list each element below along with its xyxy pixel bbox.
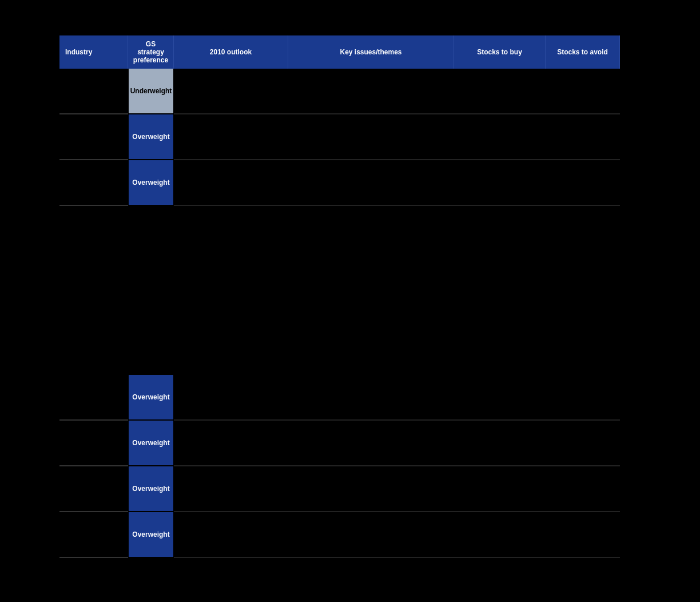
gs-cell-overweight-4: Overweight xyxy=(128,421,174,466)
outlook-column xyxy=(174,69,288,558)
col-header-industry: Industry xyxy=(59,35,128,69)
gs-cell-overweight-1: Overweight xyxy=(128,114,174,160)
table-body: Underweight Overweight Overweight Overwe… xyxy=(59,69,620,558)
gs-cell-underweight: Underweight xyxy=(128,69,174,114)
stocks-buy-column xyxy=(454,69,546,558)
gs-cell-overweight-2: Overweight xyxy=(128,160,174,206)
table-header: Industry GS strategy preference 2010 out… xyxy=(59,35,620,69)
gs-strategy-column: Underweight Overweight Overweight Overwe… xyxy=(128,69,174,558)
stocks-avoid-column xyxy=(546,69,620,558)
industry-column xyxy=(59,69,128,558)
main-table: Industry GS strategy preference 2010 out… xyxy=(59,35,620,558)
col-header-outlook: 2010 outlook xyxy=(174,35,288,69)
col-header-issues: Key issues/themes xyxy=(288,35,454,69)
col-header-avoid: Stocks to avoid xyxy=(546,35,620,69)
col-header-gs: GS strategy preference xyxy=(128,35,174,69)
gs-cell-gap xyxy=(128,206,174,375)
col-header-buy: Stocks to buy xyxy=(454,35,546,69)
issues-column xyxy=(288,69,454,558)
gs-cell-overweight-6: Overweight xyxy=(128,512,174,558)
gs-cell-overweight-5: Overweight xyxy=(128,466,174,512)
gs-cell-overweight-3: Overweight xyxy=(128,375,174,421)
